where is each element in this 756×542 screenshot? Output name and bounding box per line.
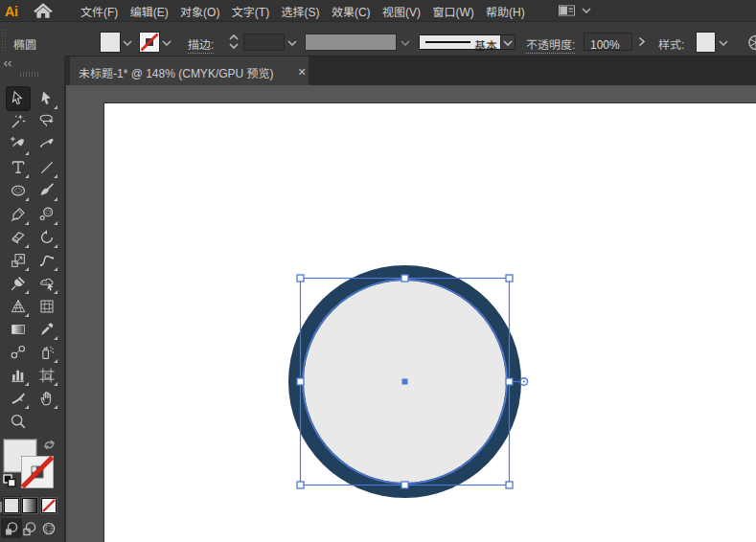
menu-w[interactable]: 窗口(W) bbox=[432, 3, 473, 19]
artboard[interactable] bbox=[103, 102, 756, 542]
type-tool[interactable] bbox=[7, 156, 30, 179]
shaper-tool[interactable] bbox=[7, 203, 30, 226]
flyout-indicator bbox=[54, 197, 57, 201]
color-button[interactable] bbox=[5, 499, 18, 512]
eyedropper-tool[interactable] bbox=[35, 318, 58, 341]
artboard-tool[interactable] bbox=[35, 364, 58, 387]
blend-icon bbox=[10, 344, 27, 361]
pen-tool[interactable] bbox=[7, 133, 30, 156]
style-swatch[interactable] bbox=[697, 33, 715, 52]
blend-tool[interactable] bbox=[7, 341, 30, 364]
stroke-weight-stepper[interactable] bbox=[228, 34, 241, 51]
workspace-chevron-icon bbox=[582, 8, 591, 13]
puppet-warp-tool[interactable] bbox=[7, 272, 30, 295]
blob-brush-tool[interactable] bbox=[35, 203, 58, 226]
menu-t[interactable]: 文字(T) bbox=[232, 3, 269, 19]
flyout-indicator bbox=[54, 359, 57, 363]
wand-icon bbox=[10, 113, 27, 130]
style-chevron-icon[interactable] bbox=[719, 40, 728, 46]
menu-items: 文件(F)编辑(E)对象(O)文字(T)选择(S)效果(C)视图(V)窗口(W)… bbox=[80, 0, 525, 21]
none-button[interactable] bbox=[42, 499, 56, 512]
context-label: 椭圆 bbox=[13, 35, 36, 52]
stroke-weight-chevron-icon[interactable] bbox=[287, 40, 297, 46]
brush-definition-chevron-button[interactable] bbox=[501, 34, 515, 50]
menu-v[interactable]: 视图(V) bbox=[382, 3, 421, 19]
opacity-label[interactable]: 不透明度: bbox=[526, 35, 575, 54]
flyout-indicator bbox=[25, 151, 29, 155]
width-profile-dropdown[interactable] bbox=[305, 34, 397, 51]
draw-normal-icon[interactable] bbox=[4, 521, 19, 536]
slash-line bbox=[142, 34, 158, 51]
hand-tool[interactable] bbox=[35, 387, 58, 410]
collapse-panel-icon[interactable] bbox=[3, 60, 12, 67]
mesh-icon bbox=[38, 298, 56, 315]
direct-selection-tool[interactable] bbox=[35, 87, 58, 110]
brush-stroke-preview bbox=[425, 41, 470, 43]
menu-o[interactable]: 对象(O) bbox=[180, 3, 219, 19]
fill-chevron-icon[interactable] bbox=[123, 40, 132, 46]
default-fill-stroke-icon[interactable] bbox=[3, 474, 16, 487]
zoom-icon bbox=[10, 413, 27, 430]
flyout-indicator bbox=[54, 105, 57, 109]
magic-wand-tool[interactable] bbox=[7, 110, 30, 133]
workspace-switcher[interactable] bbox=[559, 4, 597, 17]
flyout-indicator bbox=[54, 336, 57, 340]
draw-behind-icon[interactable] bbox=[22, 521, 37, 536]
recolor-glyph bbox=[747, 34, 756, 51]
curvature-icon bbox=[38, 136, 56, 153]
mesh-tool[interactable] bbox=[35, 295, 58, 318]
document-tab[interactable]: 未标题-1* @ 148% (CMYK/GPU 预览) ✕ bbox=[70, 56, 309, 86]
symbol-sprayer-tool[interactable] bbox=[35, 341, 58, 364]
stepper-up-icon[interactable] bbox=[229, 34, 239, 40]
line-segment-tool[interactable] bbox=[35, 156, 58, 179]
menu-h[interactable]: 帮助(H) bbox=[486, 3, 525, 19]
brush-definition-dropdown[interactable]: 基本 bbox=[419, 34, 501, 50]
opacity-more-button[interactable] bbox=[635, 33, 649, 51]
fill-color-swatch[interactable] bbox=[101, 33, 120, 52]
width-profile-chevron-icon[interactable] bbox=[401, 40, 410, 46]
stroke-color-swatch[interactable] bbox=[140, 33, 159, 52]
slice-tool[interactable] bbox=[7, 387, 30, 410]
stroke-label-colon: : bbox=[211, 35, 214, 52]
gradient-tool[interactable] bbox=[7, 318, 30, 341]
curvature-tool[interactable] bbox=[35, 133, 58, 156]
opacity-input[interactable]: 100% bbox=[584, 33, 632, 51]
app-logo[interactable]: Ai bbox=[5, 0, 18, 21]
scale-tool[interactable] bbox=[7, 249, 30, 272]
home-icon[interactable] bbox=[33, 2, 54, 19]
none-slash-icon bbox=[43, 500, 55, 511]
zoom-tool[interactable] bbox=[7, 410, 30, 433]
rotate-tool[interactable] bbox=[35, 226, 58, 249]
swap-fill-stroke-icon[interactable] bbox=[43, 439, 56, 451]
stepper-down-icon[interactable] bbox=[229, 43, 239, 49]
selection-tool[interactable] bbox=[7, 87, 30, 110]
column-graph-tool[interactable] bbox=[7, 364, 30, 387]
menu-c[interactable]: 效果(C) bbox=[332, 3, 371, 19]
menu-f[interactable]: 文件(F) bbox=[80, 3, 118, 19]
flyout-indicator bbox=[54, 382, 57, 386]
perspective-grid-tool[interactable] bbox=[7, 295, 30, 318]
stroke-label-text: 描边 bbox=[188, 35, 211, 52]
toolbar-grip[interactable] bbox=[20, 72, 40, 77]
controlbar-grip[interactable] bbox=[2, 28, 7, 51]
width-tool[interactable] bbox=[35, 249, 58, 272]
lasso-tool[interactable] bbox=[35, 110, 58, 133]
ellipse-tool[interactable] bbox=[7, 179, 30, 202]
draw-inside-icon[interactable] bbox=[41, 521, 57, 536]
tab-close-icon[interactable]: ✕ bbox=[296, 64, 308, 78]
recolor-artwork-icon[interactable] bbox=[747, 34, 756, 51]
selection-icon bbox=[10, 90, 27, 107]
menu-s[interactable]: 选择(S) bbox=[282, 3, 320, 19]
menu-e[interactable]: 编辑(E) bbox=[130, 3, 169, 19]
panel-resize-nub[interactable] bbox=[0, 502, 2, 512]
gradient-button[interactable] bbox=[23, 499, 36, 512]
eraser-tool[interactable] bbox=[7, 226, 30, 249]
stroke-weight-label[interactable]: 描边: bbox=[188, 35, 214, 54]
flyout-indicator bbox=[25, 221, 29, 225]
shape-builder-tool[interactable] bbox=[35, 272, 58, 295]
stroke-proxy-swatch[interactable] bbox=[21, 456, 54, 488]
stroke-chevron-icon[interactable] bbox=[162, 40, 172, 46]
stroke-weight-input[interactable] bbox=[243, 34, 285, 51]
flyout-indicator bbox=[25, 405, 29, 409]
paintbrush-tool[interactable] bbox=[35, 179, 58, 202]
